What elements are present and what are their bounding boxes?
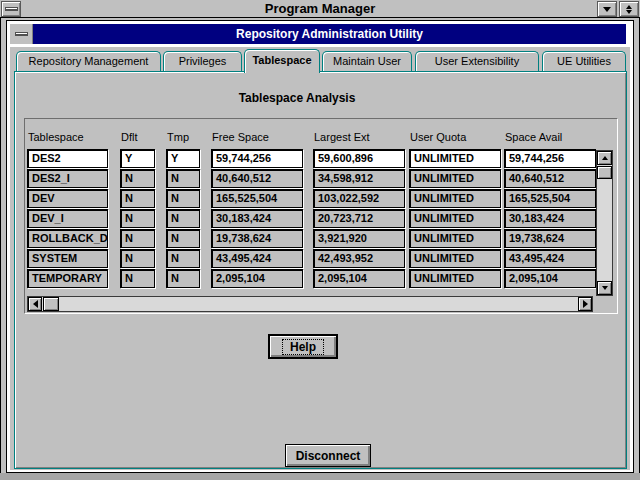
scroll-down-button[interactable]: [597, 281, 612, 295]
column-header-free-space: Free Space: [212, 131, 269, 143]
page-title: Tablespace Analysis: [97, 91, 497, 105]
tab-maintain-user[interactable]: Maintain User: [322, 51, 412, 71]
grid-field-row5-tablespace[interactable]: SYSTEM: [27, 249, 108, 268]
tab-privileges[interactable]: Privileges: [163, 51, 242, 71]
column-header-space-avail: Space Avail: [505, 131, 562, 143]
horizontal-scrollbar-thumb[interactable]: [43, 297, 59, 311]
grid-field-row5-dflt[interactable]: N: [120, 249, 155, 268]
grid-field-row6-user-quota[interactable]: UNLIMITED: [409, 269, 501, 288]
column-header-dflt: Dflt: [121, 131, 138, 143]
grid-field-row3-dflt[interactable]: N: [120, 209, 155, 228]
grid-field-row4-dflt[interactable]: N: [120, 229, 155, 248]
tab-tablespace[interactable]: Tablespace: [244, 49, 320, 73]
grid-field-row1-largest-ext[interactable]: 34,598,912: [313, 169, 405, 188]
grid-field-row2-largest-ext[interactable]: 103,022,592: [313, 189, 405, 208]
grid-field-row4-free-space[interactable]: 19,738,624: [211, 229, 303, 248]
pm-control-menu-button[interactable]: [1, 1, 21, 17]
pm-minimize-button[interactable]: [597, 1, 617, 17]
disconnect-button-label: Disconnect: [296, 449, 361, 463]
grid-field-row3-largest-ext[interactable]: 20,723,712: [313, 209, 405, 228]
restore-down-icon: [626, 10, 632, 14]
grid-field-row4-user-quota[interactable]: UNLIMITED: [409, 229, 501, 248]
grid-field-row1-free-space[interactable]: 40,640,512: [211, 169, 303, 188]
grid-field-row0-space-avail[interactable]: 59,744,256: [504, 149, 596, 168]
grid-field-row4-tablespace[interactable]: ROLLBACK_D: [27, 229, 108, 248]
grid-field-row6-free-space[interactable]: 2,095,104: [211, 269, 303, 288]
tab-user-extensibility[interactable]: User Extensibility: [415, 51, 539, 71]
grid-field-row2-free-space[interactable]: 165,525,504: [211, 189, 303, 208]
grid-field-row0-largest-ext[interactable]: 59,600,896: [313, 149, 405, 168]
app-titlebar[interactable]: Repository Administration Utility: [33, 24, 626, 44]
grid-field-row5-largest-ext[interactable]: 42,493,952: [313, 249, 405, 268]
control-menu-icon: [15, 32, 28, 36]
tab-repository-management[interactable]: Repository Management: [16, 51, 161, 71]
horizontal-scrollbar[interactable]: [27, 296, 593, 312]
grid-field-row3-tmp[interactable]: N: [166, 209, 200, 228]
minimize-icon: [603, 7, 611, 12]
tab-ue-utilities[interactable]: UE Utilities: [542, 51, 626, 71]
grid-field-row1-space-avail[interactable]: 40,640,512: [504, 169, 596, 188]
pm-restore-button[interactable]: [619, 1, 639, 17]
grid-field-row4-largest-ext[interactable]: 3,921,920: [313, 229, 405, 248]
column-header-tablespace: Tablespace: [28, 131, 84, 143]
arrow-right-icon: [583, 300, 588, 308]
grid-field-row1-dflt[interactable]: N: [120, 169, 155, 188]
grid-field-row0-tablespace[interactable]: DES2: [27, 149, 108, 168]
grid-field-row6-space-avail[interactable]: 2,095,104: [504, 269, 596, 288]
grid-field-row3-space-avail[interactable]: 30,183,424: [504, 209, 596, 228]
grid-field-row5-tmp[interactable]: N: [166, 249, 200, 268]
grid-field-row2-space-avail[interactable]: 165,525,504: [504, 189, 596, 208]
grid-field-row6-tmp[interactable]: N: [166, 269, 200, 288]
arrow-down-icon: [602, 286, 608, 290]
grid-field-row0-free-space[interactable]: 59,744,256: [211, 149, 303, 168]
scroll-left-button[interactable]: [28, 297, 42, 311]
scroll-right-button[interactable]: [578, 297, 592, 311]
grid-field-row2-tablespace[interactable]: DEV: [27, 189, 108, 208]
grid-field-row1-tmp[interactable]: N: [166, 169, 200, 188]
grid-field-row6-largest-ext[interactable]: 2,095,104: [313, 269, 405, 288]
vertical-scrollbar[interactable]: [596, 150, 613, 296]
column-header-largest-ext: Largest Ext: [314, 131, 370, 143]
grid-field-row3-tablespace[interactable]: DEV_I: [27, 209, 108, 228]
grid-field-row0-tmp[interactable]: Y: [166, 149, 200, 168]
restore-up-icon: [626, 5, 632, 9]
grid-field-row6-tablespace[interactable]: TEMPORARY: [27, 269, 108, 288]
column-header-tmp: Tmp: [167, 131, 189, 143]
grid-field-row2-dflt[interactable]: N: [120, 189, 155, 208]
scroll-up-button[interactable]: [597, 151, 612, 165]
disconnect-button[interactable]: Disconnect: [285, 444, 371, 467]
grid-field-row3-free-space[interactable]: 30,183,424: [211, 209, 303, 228]
grid-field-row5-space-avail[interactable]: 43,495,424: [504, 249, 596, 268]
grid-field-row2-tmp[interactable]: N: [166, 189, 200, 208]
column-header-user-quota: User Quota: [410, 131, 466, 143]
grid-field-row2-user-quota[interactable]: UNLIMITED: [409, 189, 501, 208]
grid-field-row0-user-quota[interactable]: UNLIMITED: [409, 149, 501, 168]
arrow-left-icon: [33, 300, 38, 308]
control-menu-icon: [5, 7, 18, 11]
desktop-strip: [0, 473, 640, 480]
grid-field-row5-free-space[interactable]: 43,495,424: [211, 249, 303, 268]
grid-field-row3-user-quota[interactable]: UNLIMITED: [409, 209, 501, 228]
vertical-scrollbar-thumb[interactable]: [597, 166, 612, 179]
grid-field-row6-dflt[interactable]: N: [120, 269, 155, 288]
grid-field-row4-tmp[interactable]: N: [166, 229, 200, 248]
grid-field-row5-user-quota[interactable]: UNLIMITED: [409, 249, 501, 268]
help-button[interactable]: Help: [269, 335, 337, 358]
grid-field-row4-space-avail[interactable]: 19,738,624: [504, 229, 596, 248]
grid-field-row1-user-quota[interactable]: UNLIMITED: [409, 169, 501, 188]
program-manager-titlebar: Program Manager: [0, 0, 640, 18]
program-manager-title: Program Manager: [0, 1, 640, 17]
help-button-label: Help: [282, 339, 324, 355]
app-control-menu-button[interactable]: [10, 24, 33, 44]
grid-field-row1-tablespace[interactable]: DES2_I: [27, 169, 108, 188]
arrow-up-icon: [602, 156, 608, 160]
grid-field-row0-dflt[interactable]: Y: [120, 149, 155, 168]
